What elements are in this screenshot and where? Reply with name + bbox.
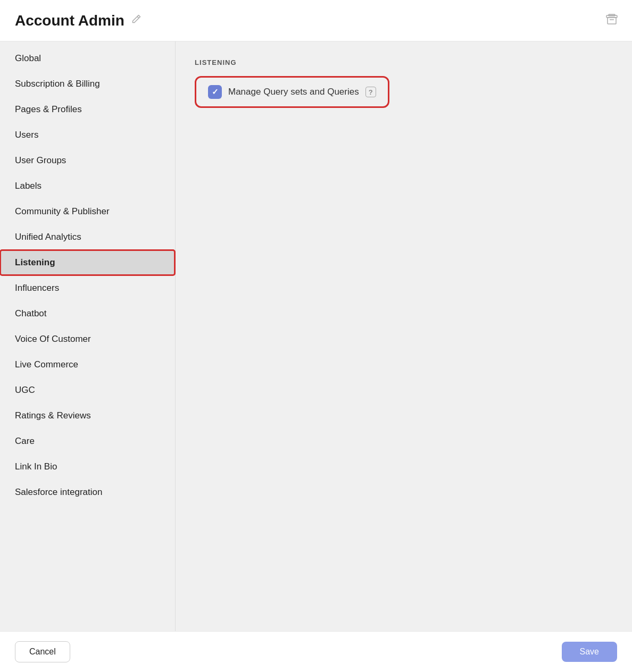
sidebar-item-link-in-bio[interactable]: Link In Bio bbox=[0, 454, 175, 480]
content-area: LISTENING Manage Query sets and Queries … bbox=[176, 41, 632, 631]
help-icon[interactable]: ? bbox=[365, 87, 376, 97]
sidebar-item-user-groups[interactable]: User Groups bbox=[0, 148, 175, 173]
permission-label: Manage Query sets and Queries bbox=[228, 87, 359, 97]
sidebar-item-care[interactable]: Care bbox=[0, 429, 175, 454]
sidebar-item-users[interactable]: Users bbox=[0, 122, 175, 148]
sidebar: Global Subscription & Billing Pages & Pr… bbox=[0, 41, 176, 631]
sidebar-item-pages-profiles[interactable]: Pages & Profiles bbox=[0, 97, 175, 122]
save-button[interactable]: Save bbox=[562, 642, 617, 662]
sidebar-item-ugc[interactable]: UGC bbox=[0, 377, 175, 403]
cancel-button[interactable]: Cancel bbox=[15, 641, 70, 662]
sidebar-item-chatbot[interactable]: Chatbot bbox=[0, 301, 175, 326]
sidebar-item-voice-of-customer[interactable]: Voice Of Customer bbox=[0, 326, 175, 352]
header: Account Admin bbox=[0, 0, 632, 41]
section-label: LISTENING bbox=[195, 58, 613, 66]
sidebar-item-labels[interactable]: Labels bbox=[0, 173, 175, 199]
sidebar-item-community-publisher[interactable]: Community & Publisher bbox=[0, 199, 175, 224]
permission-row: Manage Query sets and Queries ? bbox=[195, 76, 389, 108]
sidebar-item-salesforce-integration[interactable]: Salesforce integration bbox=[0, 480, 175, 505]
sidebar-item-unified-analytics[interactable]: Unified Analytics bbox=[0, 224, 175, 250]
edit-icon[interactable] bbox=[131, 14, 142, 27]
main-content: Global Subscription & Billing Pages & Pr… bbox=[0, 41, 632, 631]
header-left: Account Admin bbox=[15, 12, 142, 29]
sidebar-item-subscription-billing[interactable]: Subscription & Billing bbox=[0, 71, 175, 97]
sidebar-item-influencers[interactable]: Influencers bbox=[0, 275, 175, 301]
page-title: Account Admin bbox=[15, 12, 124, 29]
footer: Cancel Save bbox=[0, 631, 632, 672]
archive-icon-wrapper[interactable] bbox=[604, 12, 619, 29]
sidebar-item-live-commerce[interactable]: Live Commerce bbox=[0, 352, 175, 377]
sidebar-item-ratings-reviews[interactable]: Ratings & Reviews bbox=[0, 403, 175, 429]
manage-queries-checkbox[interactable] bbox=[208, 85, 222, 99]
svg-rect-1 bbox=[608, 18, 616, 24]
sidebar-item-global[interactable]: Global bbox=[0, 46, 175, 71]
sidebar-item-listening[interactable]: Listening bbox=[0, 250, 175, 275]
